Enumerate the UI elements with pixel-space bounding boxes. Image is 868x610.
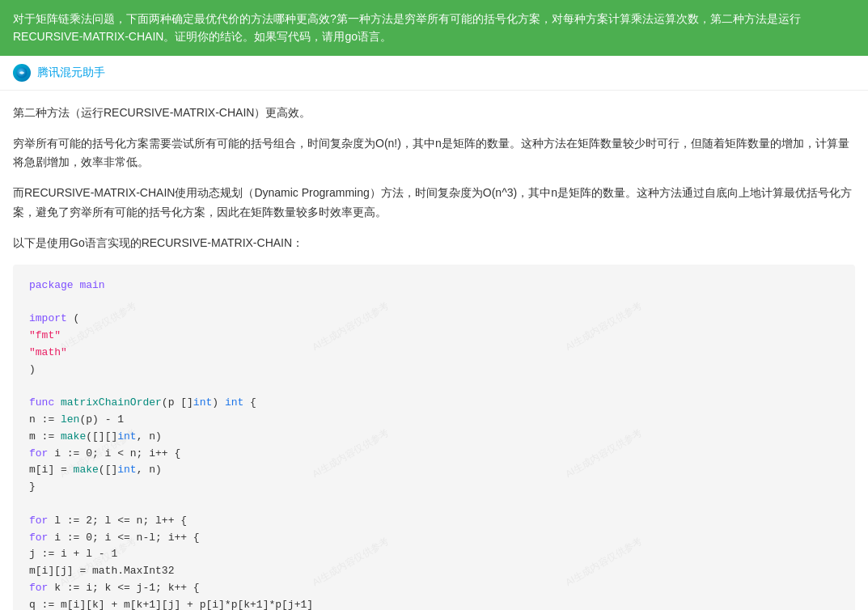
response-content: 第二种方法（运行RECURSIVE-MATRIX-CHAIN）更高效。 穷举所有… bbox=[0, 91, 868, 610]
assistant-header: 腾讯混元助手 bbox=[0, 56, 868, 91]
assistant-name-label: 腾讯混元助手 bbox=[37, 66, 105, 80]
question-text: 对于矩阵链乘法问题，下面两种确定最优代价的方法哪种更高效?第一种方法是穷举所有可… bbox=[13, 12, 801, 43]
paragraph-2: 而RECURSIVE-MATRIX-CHAIN使用动态规划（Dynamic Pr… bbox=[13, 184, 855, 222]
conclusion-paragraph: 第二种方法（运行RECURSIVE-MATRIX-CHAIN）更高效。 bbox=[13, 104, 855, 123]
code-intro-text: 以下是使用Go语言实现的RECURSIVE-MATRIX-CHAIN： bbox=[13, 234, 855, 253]
code-block[interactable]: AI生成内容仅供参考AI生成内容仅供参考AI生成内容仅供参考AI生成内容仅供参考… bbox=[13, 265, 855, 610]
assistant-logo-icon bbox=[13, 64, 31, 82]
code-content: package main import ( "fmt" "math") func… bbox=[29, 277, 839, 610]
paragraph-1: 穷举所有可能的括号化方案需要尝试所有可能的括号组合，时间复杂度为O(n!)，其中… bbox=[13, 134, 855, 173]
question-banner: 对于矩阵链乘法问题，下面两种确定最优代价的方法哪种更高效?第一种方法是穷举所有可… bbox=[0, 0, 868, 56]
